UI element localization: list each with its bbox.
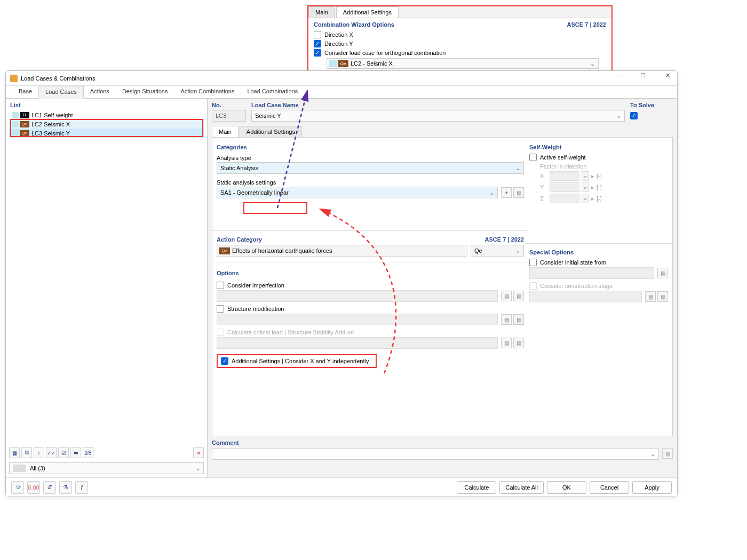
color-swatch — [12, 130, 19, 137]
chevron-down-icon: ⌄ — [489, 189, 494, 196]
new-icon: ▤ — [501, 291, 512, 301]
filter-label: All (3) — [30, 465, 45, 471]
initial-state-input — [529, 267, 654, 279]
edit-icon: ▤ — [513, 338, 524, 348]
edit-icon: ▤ — [657, 268, 668, 278]
categories-title: Categories — [217, 144, 524, 150]
bottom-bar: 𝒟 0.00 ⇵ ⚗ f Calculate Calculate All OK … — [6, 477, 677, 497]
popup-standard: ASCE 7 | 2022 — [567, 21, 606, 28]
options-title: Options — [217, 270, 524, 276]
arrow-icon: ▸ — [591, 184, 594, 191]
comment-edit-button[interactable]: ▤ — [662, 448, 673, 459]
edit-icon: ▤ — [657, 291, 668, 302]
checkbox-direction-y[interactable] — [314, 40, 321, 47]
comment-field[interactable]: ⌄ — [212, 448, 659, 460]
list-item-lc1[interactable]: D LC1 Self-weight — [9, 110, 204, 119]
action-code-select[interactable]: Qe⌄ — [471, 245, 524, 257]
filter-select[interactable]: All (3) ⌄ — [9, 462, 204, 474]
maximize-button[interactable]: ☐ — [635, 72, 650, 79]
chevron-down-icon: ⌄ — [515, 165, 520, 172]
calculate-all-button[interactable]: Calculate All — [499, 481, 544, 494]
tab-action-combinations[interactable]: Action Combinations — [174, 86, 241, 98]
color-swatch — [12, 121, 19, 127]
subtab-additional[interactable]: Additional Settings — [240, 126, 302, 137]
calculate-button[interactable]: Calculate — [457, 481, 496, 494]
label-construction-stage: Consider construction stage — [540, 283, 613, 289]
edit-settings-button[interactable]: ▤ — [513, 187, 524, 198]
list-toolbar: ▦ ⧉ ↕ ✓✓ ☑ ⇆ 2⁄8 ✕ — [9, 447, 204, 458]
sort-button[interactable]: ↕ — [34, 447, 44, 458]
no-label: No. — [212, 102, 246, 108]
decimals-button[interactable]: 0.00 — [27, 481, 40, 494]
minimize-button[interactable]: — — [611, 72, 626, 79]
checkbox-structmod[interactable] — [217, 305, 224, 313]
orthogonal-value: LC2 - Seismic X — [351, 60, 393, 67]
fx-button[interactable]: f — [75, 481, 88, 494]
select-button[interactable]: ☑ — [58, 447, 69, 458]
tab-base[interactable]: Base — [12, 86, 38, 98]
chevron-down-icon: ⌄ — [515, 247, 520, 254]
checkbox-direction-x[interactable] — [314, 31, 321, 38]
cancel-button[interactable]: Cancel — [590, 481, 629, 494]
units-button[interactable]: 𝒟 — [11, 481, 24, 494]
main-window: Load Cases & Combinations — ☐ ✕ Base Loa… — [5, 70, 678, 497]
tree-button[interactable]: ⇵ — [43, 481, 56, 494]
chevron-down-icon: ⌄ — [616, 113, 621, 119]
tab-load-cases[interactable]: Load Cases — [38, 86, 84, 99]
name-field[interactable]: Seismic Y ⌄ — [251, 110, 625, 122]
load-badge: Qe — [338, 60, 348, 67]
analysis-type-select[interactable]: Static Analysis⌄ — [217, 162, 524, 174]
arrow-icon: ▸ — [591, 195, 594, 202]
tab-actions[interactable]: Actions — [84, 86, 116, 98]
ac-text: Effects of horizontal earthquake forces — [232, 247, 332, 254]
checkbox-initial-state[interactable] — [529, 259, 537, 266]
filter-button[interactable]: ⚗ — [59, 481, 72, 494]
orthogonal-select[interactable]: Qe LC2 - Seismic X ⌄ — [327, 58, 599, 69]
copy-button[interactable]: ⧉ — [21, 447, 32, 458]
so-title: Special Options — [529, 249, 668, 255]
checkbox-additional-settings[interactable] — [221, 357, 228, 365]
chevron-down-icon: ⌄ — [650, 451, 655, 458]
subtab-main[interactable]: Main — [212, 126, 239, 137]
color-swatch — [329, 60, 337, 67]
ok-button[interactable]: OK — [547, 481, 586, 494]
popup-tab-main[interactable]: Main — [308, 6, 335, 18]
edit-icon: ▤ — [513, 291, 524, 301]
link-button[interactable]: ⇆ — [70, 447, 81, 458]
new-icon: ▤ — [501, 338, 512, 348]
load-badge: Qe — [20, 130, 29, 137]
stage-input — [529, 291, 642, 302]
list-item-label: LC3 Seismic Y — [31, 130, 70, 137]
tab-load-combinations[interactable]: Load Combinations — [241, 86, 304, 98]
tab-design-situations[interactable]: Design Situations — [116, 86, 174, 98]
filter-swatch — [13, 465, 26, 472]
label-self-weight: Active self-weight — [540, 154, 586, 161]
structmod-input — [217, 314, 498, 325]
checkbox-self-weight[interactable] — [529, 154, 537, 161]
close-button[interactable]: ✕ — [660, 72, 675, 79]
load-badge: D — [20, 112, 29, 118]
detail-panel: No. LC3 Load Case Name Seismic Y ⌄ To So… — [208, 99, 677, 477]
list-item-lc3[interactable]: Qe LC3 Seismic Y — [9, 129, 204, 138]
delete-button[interactable]: ✕ — [193, 447, 204, 458]
label-critical: Calculate critical load | Structure Stab… — [227, 329, 354, 335]
new-settings-button[interactable]: ✦ — [501, 187, 512, 198]
label-structmod: Structure modification — [227, 306, 284, 312]
checkbox-to-solve[interactable] — [630, 112, 638, 119]
window-title: Load Cases & Combinations — [21, 75, 95, 82]
main-tabs: Base Load Cases Actions Design Situation… — [6, 86, 677, 99]
stepper-icon: ▴▾ — [582, 171, 589, 181]
number-button[interactable]: 2⁄8 — [83, 447, 93, 458]
popup-tab-additional[interactable]: Additional Settings — [336, 6, 399, 18]
critical-input — [217, 337, 498, 349]
new-button[interactable]: ▦ — [9, 447, 20, 458]
apply-button[interactable]: Apply — [632, 481, 672, 494]
check-button[interactable]: ✓✓ — [46, 447, 57, 458]
comment-title: Comment — [212, 439, 673, 446]
checkbox-orthogonal[interactable] — [314, 49, 321, 57]
action-category-select[interactable]: Qe Effects of horizontal earthquake forc… — [217, 245, 467, 257]
new-icon: ▤ — [645, 291, 656, 302]
checkbox-imperfection[interactable] — [217, 282, 224, 289]
list-item-lc2[interactable]: Qe LC2 Seismic X — [9, 119, 204, 129]
static-settings-select[interactable]: SA1 - Geometrically linear⌄ — [217, 187, 498, 198]
